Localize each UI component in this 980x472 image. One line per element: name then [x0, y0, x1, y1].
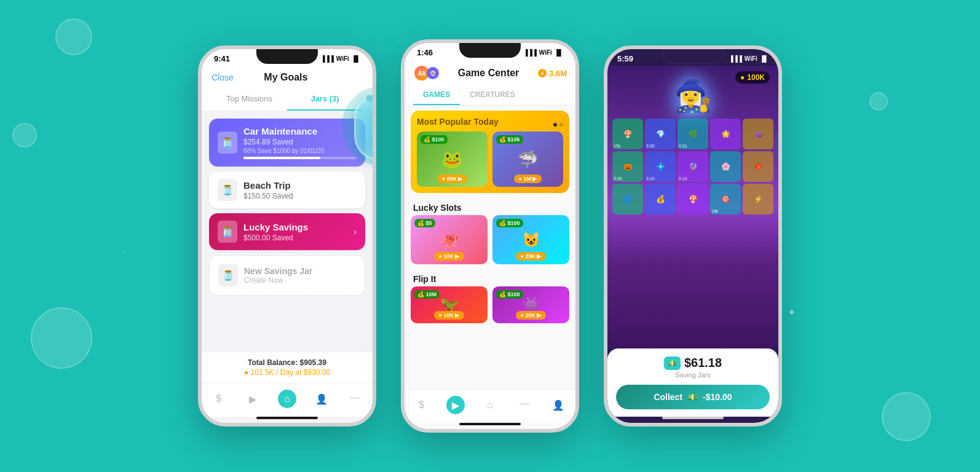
goal-card-lucky-savings[interactable]: 🫙 Lucky Savings $500.00 Saved ›	[209, 213, 365, 250]
game-bottom-panel: 💵 $61.18 Saving Jars Collect 💵 -$10.00	[607, 348, 778, 417]
nav-home-icon-2[interactable]: ⌂	[481, 396, 499, 414]
collect-label: Collect	[654, 392, 682, 402]
total-balance-label: Total Balance:	[248, 358, 298, 367]
new-jar-card[interactable]: 🫙 New Savings Jar Create Now	[209, 255, 365, 296]
lucky-slots-card-1[interactable]: 🐙 💰 $5 ● 10K ▶	[411, 215, 488, 264]
goal-progress-text: 68% Save $1000 by 01/01/20	[243, 148, 357, 154]
phone3-coin-bar: ● 100K	[735, 71, 770, 84]
game-cell-9: 🌸	[710, 151, 741, 182]
progress-bar-fill	[243, 157, 320, 159]
coin-reward-5: ● 10K ▶	[434, 311, 465, 320]
nav-dollar-icon-2[interactable]: $	[413, 396, 431, 414]
game-character: 🧙‍♀️	[674, 78, 712, 114]
game-tabs: GAMES CREATURES	[405, 85, 575, 106]
coin-balance-value: 3.6M	[549, 69, 567, 78]
game-cell-12: 💰	[645, 184, 676, 214]
jar-icon-2: 🫙	[218, 179, 237, 201]
coin-reward-6: ● 20K ▶	[516, 311, 547, 320]
game-cell-7: 💠3.10	[645, 151, 676, 182]
popular-banner: Most Popular Today 🐸 💰 $100 ● 20K ▶	[411, 111, 569, 193]
goal-name-2: Beach Trip	[243, 180, 357, 191]
tab-creatures[interactable]: CREATURES	[460, 85, 525, 105]
nav-activity-icon-2[interactable]: 〰	[515, 396, 534, 414]
savings-value: $61.18	[684, 356, 722, 370]
popular-game-card-1[interactable]: 🐸 💰 $100 ● 20K ▶	[417, 132, 488, 187]
win-badge-5: 💰 10M	[414, 290, 440, 299]
progress-bar-wrap	[243, 157, 357, 159]
coin-reward-3: ● 10K ▶	[434, 252, 465, 261]
coin-reward-4: ● 20K ▶	[516, 252, 547, 261]
jar-icon-3: 🫙	[218, 221, 237, 243]
nav-home-icon[interactable]: ⌂	[278, 390, 296, 408]
lucky-slots-title: Lucky Slots	[405, 198, 575, 215]
nav-play-icon[interactable]: ▶	[243, 390, 262, 408]
daily-at: at $930.00	[295, 368, 330, 377]
nav-play-icon-2[interactable]: ▶	[446, 396, 465, 414]
daily-rate: ● 101.5K / Day at $930.00	[210, 368, 364, 377]
flip-it-cards: 🦖 💰 10M ● 10K ▶ 👾 💰 $100 ● 20K ▶	[405, 286, 575, 328]
savings-amount: 💵 $61.18	[616, 356, 770, 370]
goal-saved-3: $500.00 Saved	[243, 234, 347, 242]
wifi-icon: WiFi	[336, 55, 349, 62]
nav-activity-icon[interactable]: 〰	[346, 390, 365, 408]
game-cell-2: 💎3.00	[645, 119, 676, 149]
lucky-slots-card-2[interactable]: 😺 💰 $100 ● 20K ▶	[492, 215, 569, 264]
tab-games[interactable]: GAMES	[413, 85, 460, 105]
phones-container: 🫙 9:41 ▐▐▐ WiFi ▐▌ Close My Goals	[198, 39, 782, 433]
game-cell-10: 🍁	[743, 151, 773, 182]
goals-list: 🫙 Car Maintenance $254.89 Saved 68% Save…	[202, 111, 373, 352]
game-cell-8: 🔮0.10	[678, 151, 708, 182]
nav-person-icon-2[interactable]: 👤	[549, 396, 567, 414]
coin-icon-3: ●	[740, 73, 745, 82]
battery-icon: ▐▌	[352, 55, 360, 62]
popular-game-card-2[interactable]: 🦈 💰 $10k ● 1M ▶	[492, 132, 563, 187]
games-scroll[interactable]: Most Popular Today 🐸 💰 $100 ● 20K ▶	[405, 106, 575, 389]
close-button[interactable]: Close	[211, 73, 234, 82]
home-indicator-3	[662, 417, 724, 419]
goal-name-3: Lucky Savings	[243, 222, 347, 232]
home-indicator-2	[459, 423, 521, 425]
signal-icon: ▐▐▐	[321, 55, 334, 62]
flip-it-card-2[interactable]: 👾 💰 $100 ● 20K ▶	[492, 286, 569, 323]
game-cell-13: 🍄	[678, 184, 708, 214]
savings-icon: 💵	[664, 356, 681, 370]
goal-info-2: Beach Trip $150.50 Saved	[243, 180, 357, 200]
status-time-3: 5:59	[617, 54, 633, 63]
savings-label: Saving Jars	[616, 371, 770, 379]
game-cell-15: ⚡	[743, 184, 773, 214]
total-balance: Total Balance: $905.39	[210, 358, 364, 367]
signal-icon-3: ▐▐▐	[729, 55, 742, 62]
wifi-icon-2: WiFi	[539, 49, 552, 56]
avatar-group: Ali 👻	[413, 65, 439, 82]
tab-missions[interactable]: Top Missions	[211, 88, 287, 111]
wifi-icon-3: WiFi	[745, 55, 757, 62]
coin-icon: ●	[538, 69, 547, 77]
phone-2: ⭐ ⭐ 1:46 ▐▐▐ WiFi ▐▌ Ali 👻	[401, 39, 579, 433]
goal-card-beach-trip[interactable]: 🫙 Beach Trip $150.50 Saved	[209, 171, 365, 208]
jar-icon-new: 🫙	[218, 264, 238, 286]
lucky-slots-section: Lucky Slots 🐙 💰 $5 ● 10K ▶ 😺 💰 $100 ● 20…	[405, 198, 575, 269]
flip-it-card-1[interactable]: 🦖 💰 10M ● 10K ▶	[411, 286, 488, 323]
phone2-nav: $ ▶ ⌂ 〰 👤	[405, 389, 575, 423]
battery-icon-3: ▐▌	[760, 55, 769, 62]
win-badge-4: 💰 $100	[496, 219, 523, 227]
total-balance-value: $905.39	[300, 358, 326, 367]
nav-dollar-icon[interactable]: $	[210, 390, 228, 408]
collect-icon: 💵	[687, 392, 698, 402]
dot-2	[559, 123, 563, 127]
new-jar-sub: Create Now	[244, 276, 356, 285]
win-badge-2: 💰 $10k	[496, 135, 523, 144]
nav-person-icon[interactable]: 👤	[312, 390, 331, 408]
game-viewport[interactable]: 🧙‍♀️ 🍄15k 💎3.00 🌿0.01 🌟 🍇 🎃5.00 💠3.10 🔮0…	[607, 66, 778, 348]
goal-saved-2: $150.50 Saved	[243, 192, 357, 200]
collect-amount: -$10.00	[703, 392, 732, 402]
game-grid: 🍄15k 💎3.00 🌿0.01 🌟 🍇 🎃5.00 💠3.10 🔮0.10 🌸…	[607, 114, 778, 219]
status-time-1: 9:41	[214, 54, 230, 63]
goal-info: Car Maintenance $254.89 Saved 68% Save $…	[243, 126, 357, 159]
status-icons-2: ▐▐▐ WiFi ▐▌	[524, 49, 563, 56]
collect-button[interactable]: Collect 💵 -$10.00	[616, 385, 770, 409]
daily-rate-value: 101.5K / Day	[251, 368, 293, 377]
game-cell-5: 🍇	[743, 119, 773, 149]
win-badge-3: 💰 $5	[414, 219, 435, 227]
goal-saved: $254.89 Saved	[243, 138, 357, 146]
